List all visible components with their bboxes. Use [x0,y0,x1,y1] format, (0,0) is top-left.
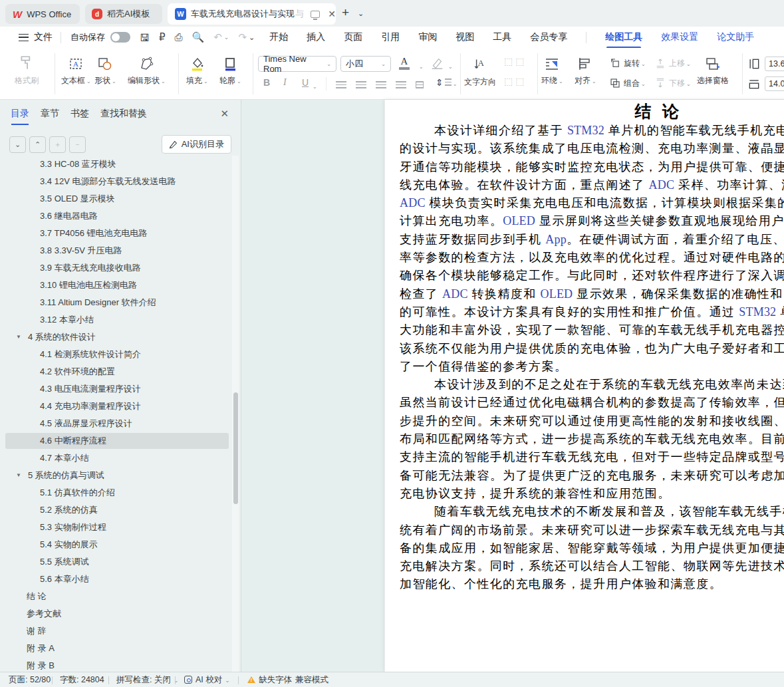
tab-close-icon[interactable]: ✕ [328,9,336,19]
menu-tab[interactable]: 效果设置 [661,31,698,43]
print-icon[interactable]: ⎙ [175,31,183,43]
toc-item[interactable]: 3.5 OLED 显示模块 [0,190,231,207]
word-count[interactable]: 字数: 24804 [60,674,104,686]
toc-item[interactable]: 4.5 液晶屏显示程序设计 [0,415,231,432]
tab-document-active[interactable]: W 车载无线充电器设计与实现 与 ✕ [168,3,336,25]
highlight-chevron-icon[interactable]: ⌄ [447,60,453,70]
menu-tab[interactable]: 插入 [307,31,325,43]
toc-prev-button[interactable]: ⌃ [29,136,46,153]
sidebar-scrollbar-thumb[interactable] [233,392,238,504]
toc-item[interactable]: 5.1 仿真软件的介绍 [0,484,231,501]
frame-anchor-icons-2[interactable]: ⬚⬚ [504,76,527,86]
ai-proofread-button[interactable]: AI 校对⌄ [184,674,230,686]
align-right-icon[interactable] [376,80,386,90]
toc-item[interactable]: 3.11 Altium Designer 软件介绍 [0,294,231,311]
highlight-button[interactable] [430,56,444,70]
menu-tab[interactable]: 绘图工具 [605,31,642,43]
format-painter-button[interactable]: 格式刷 [15,55,39,86]
wrap-button[interactable]: 环绕⌄ [541,56,563,86]
toc-item[interactable]: 5.2 系统的仿真 [0,501,231,519]
selection-pane-button[interactable]: 选择窗格 [697,56,729,86]
toc-item[interactable]: 参考文献 [0,605,231,622]
align-left-icon[interactable] [336,80,346,90]
toc-item[interactable]: 3.6 继电器电路 [0,207,231,225]
navigation-tab[interactable]: 书签 [70,108,89,120]
save-icon[interactable]: 🖫 [140,32,150,43]
toc-collapse-button[interactable]: － [69,136,86,153]
distribute-icon[interactable] [416,80,424,90]
align-justify-icon[interactable] [396,80,406,90]
shape-width-input[interactable] [765,76,784,91]
menu-tab[interactable]: 引用 [381,31,400,43]
font-name-combo[interactable]: Times New Rom⌄ [258,56,336,72]
navigation-tab[interactable]: 章节 [41,108,59,120]
shape-height-input[interactable] [765,57,784,71]
toc-item[interactable]: 4.4 充电功率测量程序设计 [0,398,231,415]
toc-next-button[interactable]: ⌄ [9,136,26,153]
rotate-button[interactable]: 旋转⌄ [609,57,646,69]
toc-item[interactable]: 4.3 电压电流测量程序设计 [0,380,231,398]
navigation-tab[interactable]: 目录 [11,108,29,120]
document-page[interactable]: 结 论 本设计详细介绍了基于 STM32 单片机的智能车载无线手机充电器 的设计… [384,100,784,672]
toc-item[interactable]: ▼ 5 系统的仿真与调试 [0,467,231,484]
move-up-button[interactable]: 上移⌄ [654,57,691,69]
menu-tab[interactable]: 审阅 [418,31,437,43]
undo-icon[interactable]: ↶ [213,31,222,43]
toc-item[interactable]: 5.5 系统调试 [0,553,231,571]
italic-button[interactable]: I [283,77,287,88]
spellcheck-status[interactable]: 拼写检查: 关闭⌄ [116,674,179,686]
toc-item[interactable]: 3.8 3.3V-5V 升压电路 [0,242,231,259]
menu-tab[interactable]: 页面 [344,31,362,43]
toc-expand-button[interactable]: ＋ [49,136,66,153]
align-center-icon[interactable] [356,80,366,90]
line-spacing-icon[interactable]: ⇕⌄ [436,77,457,88]
toc-item[interactable]: 5.3 实物制作过程 [0,519,231,536]
collapse-triangle-icon[interactable]: ▼ [16,329,21,346]
menu-tab[interactable]: 论文助手 [717,31,754,43]
toc-item[interactable]: 3.9 车载无线充电接收电路 [0,259,231,277]
frame-anchor-icons[interactable]: ⬚⬚ [504,56,527,67]
toc-item[interactable]: 3.10 锂电池电压检测电路 [0,277,231,294]
align-objects-button[interactable]: 对齐⌄ [575,56,596,86]
quickbar-chevron-icon[interactable]: ⌄ [249,33,255,42]
outline-color-button[interactable]: 轮廓⌄ [219,56,241,86]
toc-item[interactable]: 3.4 12V 电源部分车载无线发送电路 [0,173,231,190]
bold-button[interactable]: B [263,77,270,88]
font-color-button[interactable]: A [399,57,410,70]
autosave-toggle[interactable] [110,32,130,43]
group-button[interactable]: 组合⌄ [609,77,646,89]
toc-item[interactable]: 3.7 TP4056 锂电池充电电路 [0,225,231,242]
menu-tab[interactable]: 开始 [269,31,288,43]
print-preview-icon[interactable]: 🔍 [192,31,205,43]
text-box-button[interactable]: A 文本框⌄ [61,56,91,86]
collapse-triangle-icon[interactable]: ▼ [16,467,21,484]
menu-tab[interactable]: 会员专享 [530,31,567,43]
toc-item[interactable]: 谢 辞 [0,622,231,640]
toc-item[interactable]: 4.1 检测系统软件设计简介 [0,346,231,363]
redo-icon[interactable]: ↷ [238,31,247,43]
font-size-combo[interactable]: 小四⌄ [340,56,391,72]
menu-tab[interactable]: 视图 [456,31,474,43]
ai-recognize-toc-button[interactable]: AI识别目录 [162,135,231,154]
menu-tab[interactable]: 工具 [493,31,511,43]
tab-list-chevron-icon[interactable]: ⌄ [358,9,364,18]
export-icon[interactable]: ₽ [159,31,166,43]
toc-item[interactable]: 3.3 HC-08 蓝牙模块 [0,156,231,173]
hamburger-icon[interactable] [19,34,29,41]
toc-item[interactable]: 4.6 中断程序流程 [0,432,231,450]
font-color-chevron-icon[interactable]: ⌄ [418,60,424,70]
toc-item[interactable]: 附 录 A [0,640,231,657]
new-tab-button[interactable]: + [342,5,349,20]
page-indicator[interactable]: 页面: 52/80 [9,674,51,686]
tab-docer-templates[interactable]: d 稻壳AI模板 [85,4,162,24]
toc-item[interactable]: 5.4 实物的展示 [0,536,231,553]
underline-button[interactable]: U [302,77,309,88]
text-direction-button[interactable]: A 文字方向 [464,56,496,88]
move-down-button[interactable]: 下移⌄ [654,77,691,89]
toc-item[interactable]: ▼ 4 系统的软件设计 [0,329,231,346]
missing-font-warning[interactable]: 缺失字体 [247,674,292,686]
toc-item[interactable]: 4.2 软件环境的配置 [0,363,231,380]
toc-item[interactable]: 5.6 本章小结 [0,571,231,588]
toc-item[interactable]: 3.12 本章小结 [0,311,231,329]
toc-item[interactable]: 结 论 [0,588,231,605]
